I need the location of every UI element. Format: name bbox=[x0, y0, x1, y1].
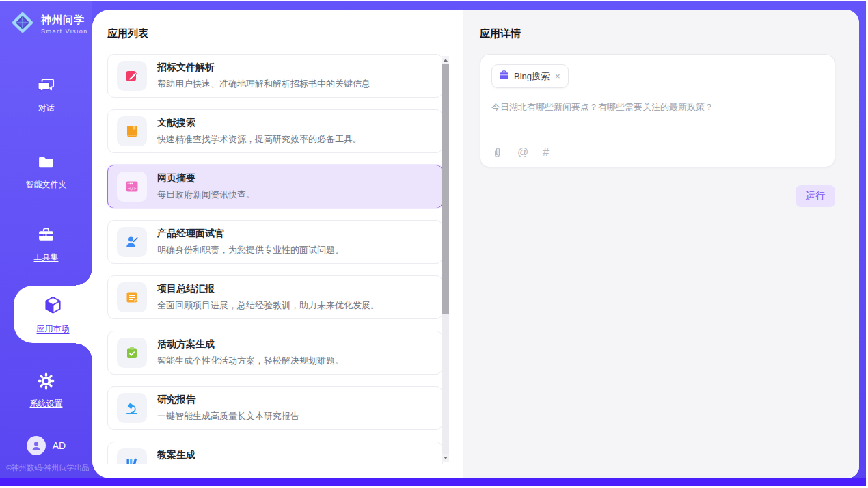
app-card-title: 活动方案生成 bbox=[157, 338, 344, 351]
person-icon bbox=[30, 439, 42, 452]
app-detail-title: 应用详情 bbox=[480, 27, 835, 40]
app-window: 神州问学 Smart Vision 对话 智能文件夹 工具集 应用市场 系统设置 bbox=[0, 0, 868, 488]
microscope-icon bbox=[117, 393, 147, 423]
notch-top bbox=[76, 269, 92, 286]
app-list-title: 应用列表 bbox=[107, 27, 463, 40]
app-card-desc: 智能生成个性化活动方案，轻松解决规划难题。 bbox=[157, 355, 344, 367]
prompt-editor[interactable]: Bing搜索 × 今日湖北有哪些新闻要点？有哪些需要关注的最新政策？ @# bbox=[480, 54, 835, 167]
cube-icon bbox=[42, 295, 64, 318]
report-note-icon bbox=[117, 282, 147, 312]
brand-tagline: Smart Vision bbox=[41, 28, 88, 35]
close-icon[interactable]: × bbox=[554, 71, 561, 81]
app-card[interactable]: 产品经理面试官 明确身份和职责，为您提供专业性的面试问题。 bbox=[107, 220, 443, 264]
hash-icon[interactable]: # bbox=[543, 147, 549, 158]
scroll-down-button[interactable] bbox=[442, 454, 449, 462]
sidebar-item-chat[interactable]: 对话 bbox=[0, 74, 92, 116]
app-detail-pane: 应用详情 Bing搜索 × 今日湖北有哪些新闻要点？有哪些需要关注的最新政策？ … bbox=[463, 10, 859, 478]
sidebar-item-toolset[interactable]: 工具集 bbox=[0, 223, 92, 265]
book-icon bbox=[117, 116, 147, 146]
interviewer-icon bbox=[117, 227, 147, 257]
briefcase-icon bbox=[499, 70, 509, 83]
books-icon bbox=[117, 448, 147, 464]
toolbox-icon bbox=[37, 226, 55, 247]
app-card-title: 网页摘要 bbox=[157, 172, 255, 185]
app-card-desc: 一键智能生成高质量长文本研究报告 bbox=[157, 410, 299, 422]
scrollbar-thumb[interactable] bbox=[442, 64, 449, 314]
app-card-desc: 全面回顾项目进展，总结经验教训，助力未来优化发展。 bbox=[157, 299, 379, 312]
svg-text:</>: </> bbox=[128, 186, 137, 191]
query-text[interactable]: 今日湖北有哪些新闻要点？有哪些需要关注的最新政策？ bbox=[491, 100, 824, 114]
user-name: AD bbox=[53, 440, 66, 451]
window-frame-bottom bbox=[0, 478, 866, 486]
chat-icon bbox=[37, 77, 55, 98]
app-card[interactable]: </> 网页摘要 每日政府新闻资讯快查。 bbox=[107, 165, 443, 208]
webpage-icon: </> bbox=[117, 172, 147, 202]
main-content: 应用列表 招标文件解析 帮助用户快速、准确地理解和解析招标书中的关键信息 文献搜… bbox=[92, 10, 859, 478]
app-list: 招标文件解析 帮助用户快速、准确地理解和解析招标书中的关键信息 文献搜索 快速精… bbox=[107, 54, 443, 464]
diamond-logo-icon bbox=[10, 10, 36, 38]
run-button[interactable]: 运行 bbox=[796, 185, 835, 207]
avatar[interactable] bbox=[27, 436, 46, 455]
app-card-desc: 帮助用户快速、准确地理解和解析招标书中的关键信息 bbox=[157, 78, 370, 90]
app-card-title: 项目总结汇报 bbox=[157, 283, 379, 295]
app-card-desc: 快速精准查找学术资源，提高研究效率的必备工具。 bbox=[157, 133, 362, 146]
paperclip-icon[interactable] bbox=[491, 146, 503, 158]
folder-icon bbox=[37, 153, 55, 174]
scrollbar[interactable] bbox=[442, 56, 449, 462]
app-card[interactable]: 文献搜索 快速精准查找学术资源，提高研究效率的必备工具。 bbox=[107, 109, 443, 153]
clipboard-check-icon bbox=[117, 338, 147, 368]
app-card-title: 文献搜索 bbox=[157, 117, 362, 129]
brand-logo: 神州问学 Smart Vision bbox=[10, 10, 88, 38]
notch-bottom bbox=[76, 343, 92, 360]
tool-tag-label: Bing搜索 bbox=[514, 70, 550, 83]
app-card-desc: 明确身份和职责，为您提供专业性的面试问题。 bbox=[157, 244, 344, 256]
edit-doc-icon bbox=[117, 61, 147, 91]
sidebar-item-smart-folder[interactable]: 智能文件夹 bbox=[0, 150, 92, 193]
scroll-up-button[interactable] bbox=[442, 56, 449, 64]
app-card-title: 产品经理面试官 bbox=[157, 228, 344, 240]
app-card-title: 教案生成 bbox=[157, 449, 335, 461]
app-card-desc: 每日政府新闻资讯快查。 bbox=[157, 189, 255, 201]
app-list-pane: 应用列表 招标文件解析 帮助用户快速、准确地理解和解析招标书中的关键信息 文献搜… bbox=[92, 10, 463, 478]
app-card[interactable]: 教案生成 模板驱动，教案秒成，教学准备从此轻松快捷 bbox=[107, 442, 443, 464]
app-card[interactable]: 招标文件解析 帮助用户快速、准确地理解和解析招标书中的关键信息 bbox=[107, 54, 443, 98]
triangle-up-icon bbox=[444, 59, 448, 62]
sidebar: 神州问学 Smart Vision 对话 智能文件夹 工具集 应用市场 系统设置 bbox=[0, 1, 92, 478]
app-card-title: 研究报告 bbox=[157, 394, 299, 406]
triangle-down-icon bbox=[444, 457, 448, 459]
copyright-footer: ©神州数码·神州问学出品 bbox=[6, 463, 90, 473]
at-icon[interactable]: @ bbox=[517, 147, 528, 158]
brand-name: 神州问学 bbox=[41, 14, 88, 27]
tool-tag-bing[interactable]: Bing搜索 × bbox=[491, 64, 569, 88]
composer-toolbar: @# bbox=[491, 146, 549, 158]
app-card[interactable]: 研究报告 一键智能生成高质量长文本研究报告 bbox=[107, 386, 443, 430]
sidebar-item-app-market[interactable]: 应用市场 bbox=[14, 286, 92, 343]
app-card[interactable]: 活动方案生成 智能生成个性化活动方案，轻松解决规划难题。 bbox=[107, 331, 443, 375]
app-card[interactable]: 项目总结汇报 全面回顾项目进展，总结经验教训，助力未来优化发展。 bbox=[107, 275, 443, 319]
sidebar-item-system-settings[interactable]: 系统设置 bbox=[0, 369, 92, 411]
gear-icon bbox=[37, 372, 55, 393]
app-card-title: 招标文件解析 bbox=[157, 62, 370, 74]
user-row[interactable]: AD bbox=[0, 436, 92, 455]
